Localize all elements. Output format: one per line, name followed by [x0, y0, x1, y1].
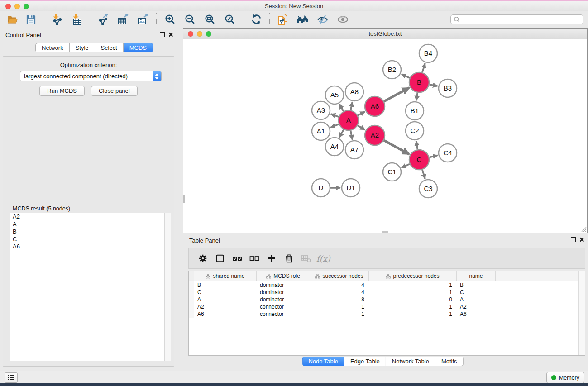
graph-edge[interactable] [416, 141, 418, 150]
graph-edge[interactable] [384, 88, 409, 101]
float-panel-icon[interactable] [160, 32, 165, 37]
graph-node-C4[interactable]: C4 [439, 144, 457, 162]
result-list-item[interactable]: A6 [10, 243, 171, 251]
export-network-button[interactable] [93, 13, 113, 26]
graph-edge[interactable] [339, 104, 344, 111]
table-row[interactable]: Adominator80A [189, 296, 585, 303]
export-table-button[interactable] [113, 13, 133, 26]
table-cell-shared_name[interactable]: A [194, 296, 257, 303]
graph-edge[interactable] [416, 93, 418, 101]
result-list-item[interactable]: C [10, 236, 171, 243]
tab-select[interactable]: Select [95, 43, 124, 52]
table-cell-predecessor_nodes[interactable]: 1 [369, 310, 457, 318]
graph-node-A5[interactable]: A5 [325, 86, 344, 104]
graph-edge[interactable] [422, 170, 425, 179]
table-row[interactable]: Bdominator41B [189, 281, 585, 289]
import-table-button[interactable] [67, 13, 86, 26]
zoom-out-button[interactable] [180, 13, 200, 26]
criterion-select[interactable]: largest connected component (directed) [20, 71, 162, 81]
graph-node-D[interactable]: D [312, 179, 330, 197]
table-cell-shared_name[interactable]: C [194, 289, 257, 296]
graph-node-A7[interactable]: A7 [345, 141, 363, 159]
table-cell-shared_name[interactable]: B [194, 281, 257, 289]
graph-edge[interactable] [384, 140, 409, 154]
table-cell-successor_nodes[interactable]: 1 [310, 310, 369, 318]
table-row[interactable]: A2connector11A2 [189, 303, 585, 310]
table-cell-shared_name[interactable]: A2 [194, 303, 257, 310]
hide-graphics-details-button[interactable] [313, 13, 333, 26]
table-cell-mcds_role[interactable]: dominator [257, 289, 310, 296]
table-cell-successor_nodes[interactable]: 4 [310, 289, 369, 296]
graph-node-A8[interactable]: A8 [345, 83, 363, 101]
table-cell-name[interactable]: C [457, 289, 496, 296]
table-row[interactable]: A6connector11A6 [189, 310, 585, 318]
add-column-button[interactable] [263, 251, 280, 266]
tab-node-table[interactable]: Node Table [302, 357, 344, 366]
tab-network-table[interactable]: Network Table [386, 357, 435, 366]
graph-node-B[interactable]: B [409, 72, 429, 92]
table-scrollbar[interactable] [578, 271, 585, 355]
graph-edge[interactable] [351, 131, 353, 140]
delete-column-button[interactable] [280, 251, 297, 266]
table-row[interactable]: Cdominator41C [189, 289, 585, 296]
show-graphics-details-button[interactable] [333, 13, 353, 26]
graph-node-B3[interactable]: B3 [439, 79, 457, 97]
network-overview-button[interactable] [293, 13, 313, 26]
zoom-selected-button[interactable] [220, 13, 239, 26]
tab-style[interactable]: Style [70, 43, 95, 52]
deselect-all-button[interactable] [246, 251, 263, 266]
result-list-scrollbar[interactable] [164, 213, 171, 361]
graph-edge[interactable] [430, 85, 438, 86]
zoom-fit-button[interactable] [200, 13, 220, 26]
zoom-in-button[interactable] [160, 13, 180, 26]
graph-node-C1[interactable]: C1 [383, 163, 401, 181]
column-header-mcds-role[interactable]: MCDS role [257, 271, 310, 281]
graph-node-A6[interactable]: A6 [365, 96, 385, 116]
graph-edge[interactable] [429, 155, 437, 157]
task-history-button[interactable] [5, 372, 18, 383]
result-list-item[interactable]: A [10, 221, 171, 229]
graph-edge[interactable] [358, 125, 365, 129]
run-mcds-button[interactable]: Run MCDS [39, 86, 85, 96]
graph-node-D1[interactable]: D1 [342, 179, 360, 197]
tab-network[interactable]: Network [35, 43, 70, 52]
close-panel-button[interactable]: Close panel [91, 86, 138, 96]
table-cell-predecessor_nodes[interactable]: 1 [369, 303, 457, 310]
export-image-button[interactable] [133, 13, 153, 26]
table-cell-predecessor_nodes[interactable]: 1 [369, 281, 457, 289]
graph-node-B4[interactable]: B4 [419, 44, 437, 62]
table-cell-successor_nodes[interactable]: 1 [310, 303, 369, 310]
graph-node-A1[interactable]: A1 [312, 122, 330, 140]
table-cell-predecessor_nodes[interactable]: 1 [369, 289, 457, 296]
column-header-predecessor-nodes[interactable]: predecessor nodes [369, 271, 457, 281]
graph-edge[interactable] [339, 129, 344, 137]
resize-grip-icon[interactable] [580, 226, 587, 232]
graph-edge[interactable] [351, 102, 353, 110]
column-visibility-button[interactable] [211, 251, 229, 266]
graph-edge[interactable] [422, 63, 425, 72]
column-header-shared-name[interactable]: shared name [194, 271, 257, 281]
graph-edge[interactable] [331, 114, 339, 117]
table-cell-mcds_role[interactable]: dominator [257, 281, 310, 289]
graph-node-A2[interactable]: A2 [365, 125, 385, 145]
close-table-panel-icon[interactable] [579, 237, 584, 242]
graph-node-A4[interactable]: A4 [325, 138, 344, 156]
tab-mcds[interactable]: MCDS [124, 43, 153, 52]
select-all-button[interactable] [229, 251, 246, 266]
graph-node-C[interactable]: C [409, 150, 429, 170]
search-input[interactable] [450, 14, 583, 24]
mcds-result-list[interactable]: A2ABCA6 [10, 213, 171, 361]
close-panel-icon[interactable] [168, 32, 173, 37]
result-list-item[interactable]: B [10, 228, 171, 236]
graph-node-B1[interactable]: B1 [406, 102, 424, 120]
table-cell-successor_nodes[interactable]: 4 [310, 281, 369, 289]
column-header-name[interactable]: name [457, 271, 496, 281]
table-cell-name[interactable]: A [457, 296, 496, 303]
graph-edge[interactable] [330, 124, 339, 127]
tab-edge-table[interactable]: Edge Table [344, 357, 386, 366]
new-network-from-selection-button[interactable] [273, 13, 293, 26]
result-list-item[interactable]: A2 [10, 213, 171, 221]
graph-node-C2[interactable]: C2 [406, 122, 424, 140]
table-cell-name[interactable]: B [457, 281, 496, 289]
network-canvas-svg[interactable]: B4B2BB3A5A8A6B1A3AA1C2A2A4A7C4CC1C3DD1 [183, 39, 587, 233]
